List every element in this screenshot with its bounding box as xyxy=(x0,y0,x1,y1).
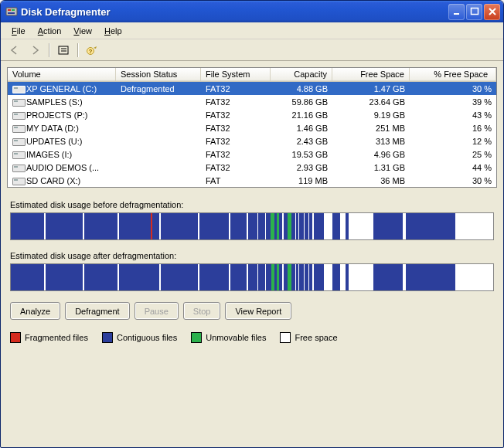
cell-capacity: 21.16 GB xyxy=(271,110,332,120)
cell-capacity: 4.88 GB xyxy=(271,83,332,94)
toolbar: ? xyxy=(1,39,503,61)
view-report-button[interactable]: View Report xyxy=(225,302,291,320)
cell-capacity: 2.93 GB xyxy=(271,162,332,173)
legend-contig: Contiguous files xyxy=(102,332,177,343)
back-button xyxy=(5,42,24,59)
usage-segment-contig xyxy=(119,213,151,239)
maximize-button[interactable] xyxy=(466,4,482,20)
usage-segment-free xyxy=(324,213,332,239)
menu-help[interactable]: Help xyxy=(98,25,128,37)
cell-volume: SD CARD (X:) xyxy=(26,176,80,185)
col-filesys[interactable]: File System xyxy=(201,68,271,81)
cell-filesys: FAT32 xyxy=(201,97,271,107)
cell-filesys: FAT32 xyxy=(201,136,271,147)
usage-segment-contig xyxy=(161,213,198,239)
drive-icon xyxy=(12,163,25,172)
menu-action[interactable]: Action xyxy=(32,25,68,37)
usage-segment-contig xyxy=(373,213,403,239)
cell-pctfree: 30 % xyxy=(410,83,496,94)
usage-segment-contig xyxy=(248,264,258,290)
usage-segment-free xyxy=(349,213,373,239)
help-button[interactable]: ? xyxy=(83,42,101,59)
menu-bar: File Action View Help xyxy=(1,22,503,39)
cell-session xyxy=(116,114,201,116)
cell-volume: SAMPLES (S:) xyxy=(26,97,83,107)
table-row[interactable]: AUDIO DEMOS (...FAT322.93 GB1.31 GB44 % xyxy=(8,161,496,174)
before-usage-bar xyxy=(10,212,494,240)
cell-volume: IMAGES (I:) xyxy=(26,150,72,159)
table-row[interactable]: UPDATES (U:)FAT322.43 GB313 MB12 % xyxy=(8,134,496,148)
cell-filesys: FAT32 xyxy=(201,110,271,120)
cell-session xyxy=(116,167,201,168)
cell-capacity: 119 MB xyxy=(271,175,332,186)
usage-segment-contig xyxy=(258,264,265,290)
swatch-red xyxy=(10,332,21,343)
cell-filesys: FAT32 xyxy=(201,162,271,173)
legend-unmov: Unmovable files xyxy=(191,332,266,343)
cell-session xyxy=(116,180,201,182)
properties-button[interactable] xyxy=(54,42,73,59)
toolbar-separator xyxy=(77,43,78,57)
action-buttons: Analyze Defragment Pause Stop View Repor… xyxy=(10,302,494,320)
cell-session xyxy=(116,141,201,142)
col-capacity[interactable]: Capacity xyxy=(271,68,332,81)
cell-free: 36 MB xyxy=(332,175,410,186)
window-title: Disk Defragmenter xyxy=(21,6,111,18)
defragment-button[interactable]: Defragment xyxy=(65,302,129,320)
menu-view[interactable]: View xyxy=(67,25,98,37)
cell-capacity: 1.46 GB xyxy=(271,123,332,134)
svg-rect-6 xyxy=(59,46,68,54)
legend-unmov-label: Unmovable files xyxy=(206,333,266,342)
svg-rect-0 xyxy=(6,8,17,15)
drive-icon xyxy=(12,176,25,185)
cell-volume: AUDIO DEMOS (... xyxy=(26,163,99,172)
title-bar[interactable]: Disk Defragmenter xyxy=(1,1,503,22)
usage-segment-contig xyxy=(199,264,229,290)
cell-pctfree: 16 % xyxy=(410,123,496,134)
forward-button xyxy=(26,42,44,59)
cell-pctfree: 12 % xyxy=(410,136,496,147)
drive-icon xyxy=(12,137,25,146)
cell-free: 23.64 GB xyxy=(332,97,410,107)
usage-segment-contig xyxy=(258,213,265,239)
svg-rect-3 xyxy=(8,12,15,14)
col-volume[interactable]: Volume xyxy=(8,68,116,81)
legend-free-label: Free space xyxy=(295,333,337,342)
cell-volume: UPDATES (U:) xyxy=(26,137,83,146)
col-free[interactable]: Free Space xyxy=(332,68,410,81)
cell-free: 9.19 GB xyxy=(332,110,410,120)
svg-rect-2 xyxy=(12,9,15,11)
close-button[interactable] xyxy=(484,4,500,20)
legend-contig-label: Contiguous files xyxy=(117,333,177,342)
table-row[interactable]: PROJECTS (P:)FAT3221.16 GB9.19 GB43 % xyxy=(8,108,496,121)
table-row[interactable]: XP GENERAL (C:)DefragmentedFAT324.88 GB1… xyxy=(8,82,496,95)
cell-pctfree: 44 % xyxy=(410,162,496,173)
minimize-button[interactable] xyxy=(448,4,465,20)
usage-segment-contig xyxy=(373,264,403,290)
drive-icon xyxy=(12,124,25,133)
usage-segment-contig xyxy=(230,264,247,290)
analyze-button[interactable]: Analyze xyxy=(10,302,60,320)
menu-file[interactable]: File xyxy=(5,25,32,37)
table-row[interactable]: SAMPLES (S:)FAT3259.86 GB23.64 GB39 % xyxy=(8,95,496,108)
app-icon xyxy=(5,5,18,18)
svg-rect-4 xyxy=(454,13,459,15)
col-pctfree[interactable]: % Free Space xyxy=(410,68,496,81)
usage-segment-free xyxy=(455,264,492,290)
cell-filesys: FAT xyxy=(201,175,271,186)
legend-frag: Fragmented files xyxy=(10,332,88,343)
table-row[interactable]: SD CARD (X:)FAT119 MB36 MB30 % xyxy=(8,174,496,187)
cell-session: Defragmented xyxy=(116,83,201,94)
table-row[interactable]: MY DATA (D:)FAT321.46 GB251 MB16 % xyxy=(8,121,496,134)
cell-pctfree: 30 % xyxy=(410,175,496,186)
cell-pctfree: 39 % xyxy=(410,97,496,107)
svg-rect-5 xyxy=(471,8,478,15)
cell-filesys: FAT32 xyxy=(201,123,271,134)
cell-volume: XP GENERAL (C:) xyxy=(26,84,97,93)
usage-segment-contig xyxy=(161,264,198,290)
usage-segment-contig xyxy=(84,264,117,290)
usage-segment-contig xyxy=(46,264,83,290)
table-row[interactable]: IMAGES (I:)FAT3219.53 GB4.96 GB25 % xyxy=(8,148,496,161)
table-header: Volume Session Status File System Capaci… xyxy=(8,68,496,82)
col-session[interactable]: Session Status xyxy=(116,68,201,81)
